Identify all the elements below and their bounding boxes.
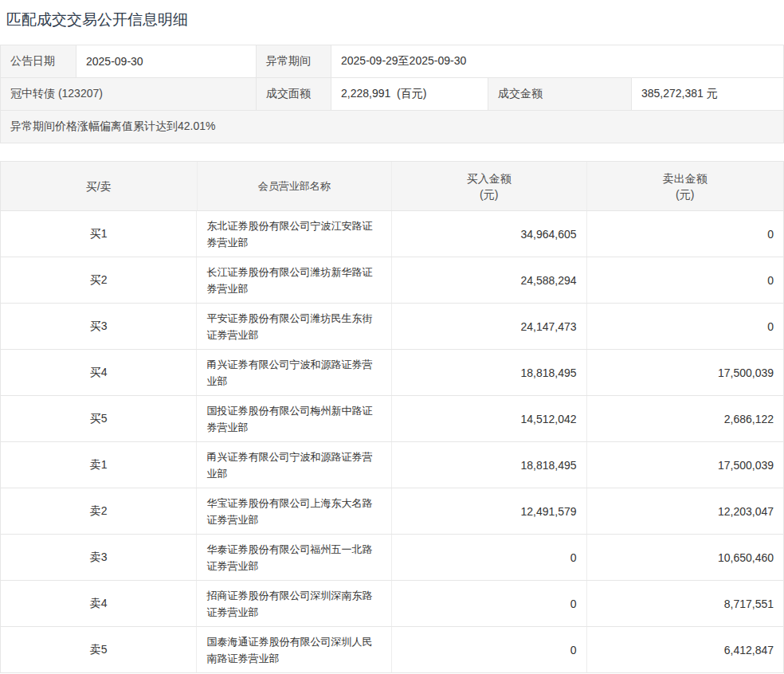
row-buy-cell: 18,818,495 — [392, 350, 587, 395]
table-row: 卖2 华宝证券股份有限公司上海东大名路证券营业部 12,491,579 12,2… — [1, 488, 783, 535]
row-buy-cell: 12,491,579 — [392, 488, 587, 534]
row-branch-cell: 华宝证券股份有限公司上海东大名路证券营业部 — [197, 488, 392, 534]
row-side-cell: 卖2 — [1, 488, 197, 534]
header-buy-line1: 买入金额 — [467, 170, 512, 186]
row-side-cell: 买1 — [1, 211, 197, 257]
row-side-cell: 卖4 — [1, 581, 197, 626]
row-buy-cell: 14,512,042 — [392, 396, 587, 441]
row-branch-cell: 招商证券股份有限公司深圳深南东路证券营业部 — [197, 581, 392, 626]
row-buy-cell: 0 — [392, 581, 587, 626]
row-sell-cell: 10,650,460 — [587, 535, 784, 580]
table-row: 买4 甬兴证券有限公司宁波和源路证券营业部 18,818,495 17,500,… — [1, 350, 783, 396]
header-sell-line2: (元) — [676, 186, 694, 202]
disclosure-info-grid: 公告日期 2025-09-30 异常期间 2025-09-29至2025-09-… — [0, 45, 784, 143]
row-sell-cell: 8,717,551 — [587, 581, 784, 626]
table-row: 卖5 国泰海通证券股份有限公司深圳人民南路证券营业部 0 6,412,847 — [1, 627, 783, 673]
turnover-value: 385,272,381 元 — [632, 78, 783, 110]
row-sell-cell: 17,500,039 — [587, 442, 784, 488]
row-sell-cell: 0 — [587, 211, 784, 257]
face-value: 2,228,991 (百元) — [331, 78, 488, 110]
row-sell-cell: 6,412,847 — [587, 627, 784, 672]
info-row-dates: 公告日期 2025-09-30 异常期间 2025-09-29至2025-09-… — [1, 45, 783, 78]
table-row: 买5 国投证券股份有限公司梅州新中路证券营业部 14,512,042 2,686… — [1, 396, 783, 442]
row-side-cell: 卖5 — [1, 627, 197, 672]
table-row: 买2 长江证券股份有限公司潍坊新华路证券营业部 24,588,294 0 — [1, 257, 783, 304]
abnormal-period-label: 异常期间 — [257, 45, 331, 77]
header-sell-line1: 卖出金额 — [663, 170, 708, 186]
header-sell-amount: 卖出金额 (元) — [587, 162, 784, 210]
row-side-cell: 卖3 — [1, 535, 197, 580]
row-buy-cell: 24,147,473 — [392, 304, 587, 349]
face-value-label: 成交面额 — [257, 78, 331, 110]
table-row: 卖4 招商证券股份有限公司深圳深南东路证券营业部 0 8,717,551 — [1, 581, 783, 627]
turnover-label: 成交金额 — [488, 78, 632, 110]
row-sell-cell: 0 — [587, 257, 784, 303]
row-branch-cell: 甬兴证券有限公司宁波和源路证券营业部 — [197, 350, 392, 395]
header-buy-line2: (元) — [480, 186, 498, 202]
table-row: 卖1 甬兴证券有限公司宁波和源路证券营业部 18,818,495 17,500,… — [1, 442, 783, 488]
row-side-cell: 卖1 — [1, 442, 197, 488]
info-row-deviation: 异常期间价格涨幅偏离值累计达到42.01% — [1, 111, 783, 143]
row-branch-cell: 长江证券股份有限公司潍坊新华路证券营业部 — [197, 257, 392, 303]
row-side-cell: 买5 — [1, 396, 197, 441]
row-sell-cell: 0 — [587, 304, 784, 349]
row-sell-cell: 12,203,047 — [587, 488, 784, 534]
header-branch: 会员营业部名称 — [198, 162, 393, 210]
row-side-cell: 买2 — [1, 257, 197, 303]
announce-date-label: 公告日期 — [1, 45, 76, 77]
row-side-cell: 买4 — [1, 350, 197, 395]
row-buy-cell: 18,818,495 — [392, 442, 587, 488]
row-buy-cell: 24,588,294 — [392, 257, 587, 303]
row-buy-cell: 34,964,605 — [392, 211, 587, 257]
row-branch-cell: 华泰证券股份有限公司福州五一北路证券营业部 — [197, 535, 392, 580]
header-branch-label: 会员营业部名称 — [258, 178, 331, 194]
header-side: 买/卖 — [1, 162, 198, 210]
trade-table: 买/卖 会员营业部名称 买入金额 (元) 卖出金额 (元) 买1 东北证券股份有… — [0, 161, 784, 673]
row-sell-cell: 17,500,039 — [587, 350, 784, 395]
info-row-security: 冠中转债 (123207) 成交面额 2,228,991 (百元) 成交金额 3… — [1, 78, 783, 111]
table-row: 买1 东北证券股份有限公司宁波江安路证券营业部 34,964,605 0 — [1, 211, 783, 257]
row-branch-cell: 国泰海通证券股份有限公司深圳人民南路证券营业部 — [197, 627, 392, 672]
security-name: 冠中转债 (123207) — [1, 78, 257, 110]
table-row: 卖3 华泰证券股份有限公司福州五一北路证券营业部 0 10,650,460 — [1, 535, 783, 581]
table-body: 买1 东北证券股份有限公司宁波江安路证券营业部 34,964,605 0 买2 … — [1, 211, 783, 673]
row-sell-cell: 2,686,122 — [587, 396, 784, 441]
table-header-row: 买/卖 会员营业部名称 买入金额 (元) 卖出金额 (元) — [1, 162, 783, 211]
page: 匹配成交交易公开信息明细 公告日期 2025-09-30 异常期间 2025-0… — [0, 10, 784, 673]
row-buy-cell: 0 — [392, 627, 587, 672]
header-side-label: 买/卖 — [86, 178, 112, 194]
row-branch-cell: 平安证券股份有限公司潍坊民生东街证券营业部 — [197, 304, 392, 349]
row-branch-cell: 甬兴证券有限公司宁波和源路证券营业部 — [197, 442, 392, 488]
row-branch-cell: 东北证券股份有限公司宁波江安路证券营业部 — [197, 211, 392, 257]
deviation-note: 异常期间价格涨幅偏离值累计达到42.01% — [1, 111, 783, 143]
table-row: 买3 平安证券股份有限公司潍坊民生东街证券营业部 24,147,473 0 — [1, 304, 783, 350]
page-title: 匹配成交交易公开信息明细 — [6, 10, 784, 29]
abnormal-period-value: 2025-09-29至2025-09-30 — [331, 45, 783, 77]
row-branch-cell: 国投证券股份有限公司梅州新中路证券营业部 — [197, 396, 392, 441]
row-buy-cell: 0 — [392, 535, 587, 580]
row-side-cell: 买3 — [1, 304, 197, 349]
header-buy-amount: 买入金额 (元) — [392, 162, 587, 210]
announce-date-value: 2025-09-30 — [76, 45, 257, 77]
